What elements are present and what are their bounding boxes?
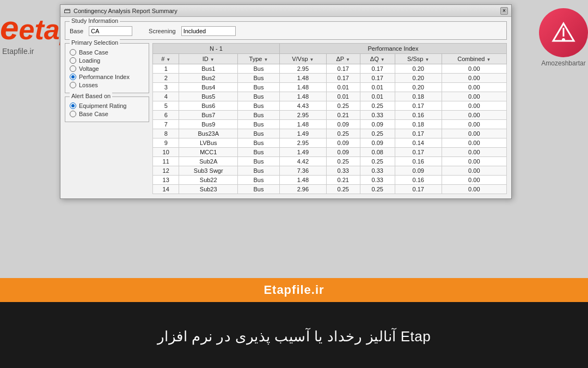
cell-dp: 0.25 xyxy=(326,101,360,111)
cell-id: Bus5 xyxy=(179,92,238,101)
banner-title: Etapfile.ir xyxy=(264,283,324,297)
cell-combined: 0.00 xyxy=(442,148,506,157)
cell-vvsp: 1.48 xyxy=(279,176,326,185)
table-row[interactable]: 8 Bus23A Bus 1.49 0.25 0.25 0.17 0.00 xyxy=(153,129,507,138)
cell-vvsp: 4.43 xyxy=(279,101,326,111)
cell-num: 5 xyxy=(153,101,179,111)
base-input[interactable] xyxy=(89,26,132,36)
cell-type: Bus xyxy=(237,129,279,138)
table-row[interactable]: 5 Bus6 Bus 4.43 0.25 0.25 0.17 0.00 xyxy=(153,101,507,111)
radio-base-case2[interactable]: Base Case xyxy=(70,111,144,117)
col-num[interactable]: # ▼ xyxy=(153,54,179,64)
cell-id: Bus23A xyxy=(179,129,238,138)
cell-dp: 0.09 xyxy=(326,148,360,157)
cell-dq: 0.09 xyxy=(360,120,395,129)
col-id[interactable]: ID ▼ xyxy=(179,54,238,64)
table-row[interactable]: 11 Sub2A Bus 4.42 0.25 0.25 0.16 0.00 xyxy=(153,157,507,166)
data-table: N - 1 Performance Index # ▼ ID ▼ Type ▼ … xyxy=(152,43,507,194)
cell-combined: 0.00 xyxy=(442,64,506,74)
triangle-icon xyxy=(550,19,577,46)
alert-radio-group: Equipment Rating Base Case xyxy=(70,102,144,117)
cell-dp: 0.33 xyxy=(326,166,360,176)
cell-sssp: 0.16 xyxy=(395,157,442,166)
cell-dp: 0.09 xyxy=(326,138,360,148)
table-row[interactable]: 1 Bus1 Bus 2.95 0.17 0.17 0.20 0.00 xyxy=(153,64,507,74)
radio-loading[interactable]: Loading xyxy=(70,57,144,64)
cell-dq: 0.09 xyxy=(360,138,395,148)
main-content: Primary Selection Base Case Loading V xyxy=(65,43,507,194)
cell-dq: 0.01 xyxy=(360,92,395,101)
col-sssp[interactable]: S/Ssp ▼ xyxy=(395,54,442,64)
dialog-window: 🗃 Contingency Analysis Report Summary × … xyxy=(60,4,512,199)
cell-dq: 0.08 xyxy=(360,148,395,157)
banner-subtitle: آنالیز رخداد یا آسیب پذیری در نرم افزار … xyxy=(157,328,431,345)
study-info-label: Study Information xyxy=(70,17,120,24)
radio-losses[interactable]: Losses xyxy=(70,82,144,88)
cell-sssp: 0.17 xyxy=(395,185,442,194)
cell-num: 1 xyxy=(153,64,179,74)
cell-dq: 0.25 xyxy=(360,129,395,138)
table-row[interactable]: 7 Bus9 Bus 1.48 0.09 0.09 0.18 0.00 xyxy=(153,120,507,129)
data-table-container: N - 1 Performance Index # ▼ ID ▼ Type ▼ … xyxy=(152,43,507,194)
cell-sssp: 0.09 xyxy=(395,166,442,176)
cell-vvsp: 2.95 xyxy=(279,111,326,120)
cell-combined: 0.00 xyxy=(442,176,506,185)
screening-input[interactable] xyxy=(181,26,236,36)
radio-base-case2-circle xyxy=(70,111,76,117)
cell-type: Bus xyxy=(237,74,279,83)
cell-combined: 0.00 xyxy=(442,92,506,101)
cell-sssp: 0.18 xyxy=(395,120,442,129)
cell-dp: 0.25 xyxy=(326,185,360,194)
table-row[interactable]: 14 Sub23 Bus 2.96 0.25 0.25 0.17 0.00 xyxy=(153,185,507,194)
cell-num: 4 xyxy=(153,92,179,101)
close-button[interactable]: × xyxy=(500,7,508,15)
radio-equip-rating[interactable]: Equipment Rating xyxy=(70,102,144,109)
cell-dq: 0.01 xyxy=(360,83,395,92)
cell-combined: 0.00 xyxy=(442,157,506,166)
cell-num: 7 xyxy=(153,120,179,129)
radio-voltage[interactable]: Voltage xyxy=(70,65,144,72)
table-row[interactable]: 10 MCC1 Bus 1.49 0.09 0.08 0.17 0.00 xyxy=(153,148,507,157)
cell-vvsp: 4.42 xyxy=(279,157,326,166)
amozesh-text: Amozeshbartar xyxy=(541,59,585,67)
col-type[interactable]: Type ▼ xyxy=(237,54,279,64)
col-dp[interactable]: ΔP ▼ xyxy=(326,54,360,64)
cell-type: Bus xyxy=(237,176,279,185)
cell-num: 3 xyxy=(153,83,179,92)
table-row[interactable]: 9 LVBus Bus 2.95 0.09 0.09 0.14 0.00 xyxy=(153,138,507,148)
cell-id: MCC1 xyxy=(179,148,238,157)
table-row[interactable]: 4 Bus5 Bus 1.48 0.01 0.01 0.18 0.00 xyxy=(153,92,507,101)
dialog-title-text: Contingency Analysis Report Summary xyxy=(74,8,177,14)
cell-sssp: 0.20 xyxy=(395,83,442,92)
table-row[interactable]: 12 Sub3 Swgr Bus 7.36 0.33 0.33 0.09 0.0… xyxy=(153,166,507,176)
radio-voltage-label: Voltage xyxy=(79,65,99,72)
cell-type: Bus xyxy=(237,148,279,157)
cell-vvsp: 1.48 xyxy=(279,92,326,101)
cell-vvsp: 1.48 xyxy=(279,83,326,92)
table-row[interactable]: 13 Sub22 Bus 1.48 0.21 0.33 0.16 0.00 xyxy=(153,176,507,185)
col-vvsp[interactable]: V/Vsp ▼ xyxy=(279,54,326,64)
cell-sssp: 0.20 xyxy=(395,64,442,74)
cell-dp: 0.25 xyxy=(326,129,360,138)
cell-id: Bus1 xyxy=(179,64,238,74)
col-combined[interactable]: Combined ▼ xyxy=(442,54,506,64)
cell-type: Bus xyxy=(237,64,279,74)
circle-logo xyxy=(539,8,588,57)
cell-sssp: 0.17 xyxy=(395,101,442,111)
table-row[interactable]: 3 Bus4 Bus 1.48 0.01 0.01 0.20 0.00 xyxy=(153,83,507,92)
cell-vvsp: 1.49 xyxy=(279,129,326,138)
study-info-row: Base Screening xyxy=(70,26,502,36)
table-row[interactable]: 2 Bus2 Bus 1.48 0.17 0.17 0.20 0.00 xyxy=(153,74,507,83)
cell-id: Sub3 Swgr xyxy=(179,166,238,176)
cell-type: Bus xyxy=(237,92,279,101)
radio-base-case[interactable]: Base Case xyxy=(70,49,144,56)
cell-combined: 0.00 xyxy=(442,129,506,138)
radio-perf-index-circle xyxy=(70,74,76,80)
cell-num: 14 xyxy=(153,185,179,194)
cell-id: Bus7 xyxy=(179,111,238,120)
cell-num: 6 xyxy=(153,111,179,120)
radio-perf-index[interactable]: Performance Index xyxy=(70,74,144,80)
table-row[interactable]: 6 Bus7 Bus 2.95 0.21 0.33 0.16 0.00 xyxy=(153,111,507,120)
cell-num: 10 xyxy=(153,148,179,157)
col-dq[interactable]: ΔQ ▼ xyxy=(360,54,395,64)
